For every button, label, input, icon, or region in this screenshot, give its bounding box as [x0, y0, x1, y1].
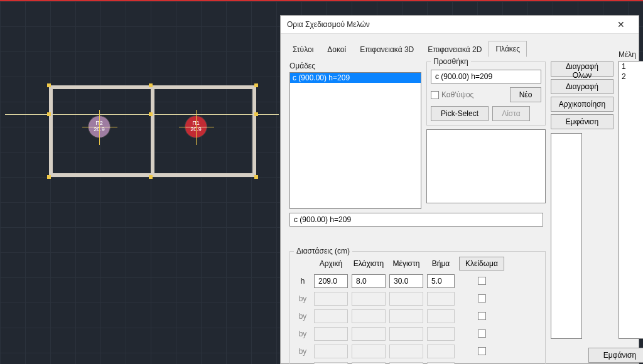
col-step: Βήμα: [427, 259, 455, 268]
design-limits-dialog: Ορια Σχεδιασμού Μελών ✕ Στύλοι Δοκοί Επι…: [280, 15, 639, 364]
show-member-button[interactable]: Εμφάνιση: [588, 348, 643, 363]
add-group-label: Προσθήκη: [431, 57, 471, 66]
dim-step-input: [427, 309, 455, 323]
dim-min-input: [352, 362, 386, 365]
dim-min-input[interactable]: [352, 274, 386, 288]
titlebar[interactable]: Ορια Σχεδιασμού Μελών ✕: [281, 16, 639, 34]
dim-max-input: [389, 362, 423, 365]
new-button[interactable]: Νέο: [510, 87, 541, 102]
pick-select-button[interactable]: Pick-Select: [431, 106, 489, 121]
members-listbox[interactable]: 1 2: [619, 61, 643, 339]
dim-step-input: [427, 327, 455, 341]
delete-group-button[interactable]: Διαγραφή: [551, 79, 613, 94]
tab-beams[interactable]: Δοκοί: [320, 41, 353, 57]
slab-marker-p1[interactable]: Π1 20.9: [185, 115, 207, 138]
list-button[interactable]: Λίστα: [492, 106, 530, 121]
dim-lock-checkbox[interactable]: [478, 277, 486, 285]
dim-lock-checkbox[interactable]: [478, 347, 486, 355]
dim-max-input: [389, 327, 423, 341]
per-height-label: Καθ'ύψος: [441, 90, 473, 99]
dim-min-input: [352, 292, 386, 306]
dim-step-input: [427, 292, 455, 306]
dim-max-input[interactable]: [389, 274, 423, 288]
dim-row-label: by: [295, 347, 310, 356]
dim-max-input: [389, 309, 423, 323]
dimension-row: h: [295, 274, 540, 288]
member-item[interactable]: 2: [619, 72, 643, 82]
per-height-checkbox[interactable]: Καθ'ύψος: [431, 90, 473, 99]
add-group-box: Προσθήκη Καθ'ύψος Νέο Pick-Select Λίστα: [426, 62, 546, 126]
dim-max-input: [389, 292, 423, 306]
cad-drawing: Π2 20.9 Π1 20.9: [49, 85, 256, 177]
col-initial: Αρχική: [314, 259, 348, 268]
lock-button[interactable]: Κλείδωμα: [459, 257, 504, 270]
dim-initial-input: [314, 327, 348, 341]
tab-slabs[interactable]: Πλάκες: [489, 41, 527, 57]
dim-min-input: [352, 309, 386, 323]
close-icon: ✕: [617, 19, 625, 29]
slab-marker-p2[interactable]: Π2 20.9: [88, 115, 111, 138]
col-min: Ελάχιστη: [352, 259, 386, 268]
dim-lock-checkbox[interactable]: [478, 329, 486, 338]
dim-initial-input: [314, 309, 348, 323]
dim-step-input: [427, 362, 455, 365]
dim-initial-input: [314, 292, 348, 306]
tab-columns[interactable]: Στύλοι: [286, 41, 320, 57]
groups-label: Ομάδες: [289, 62, 421, 70]
dim-min-input: [352, 327, 386, 341]
dim-min-input: [352, 345, 386, 358]
dimension-row: by: [295, 292, 540, 306]
dimension-row: by: [295, 327, 540, 341]
group-item[interactable]: c (900.00) h=209: [290, 73, 421, 83]
tab-surface-2d[interactable]: Επιφανειακά 2D: [421, 41, 489, 57]
dim-row-label: by: [295, 312, 310, 321]
dim-row-label: by: [295, 329, 310, 338]
tab-strip: Στύλοι Δοκοί Επιφανειακά 3D Επιφανειακά …: [281, 34, 639, 56]
init-button[interactable]: Αρχικοποίηση: [551, 97, 613, 112]
groups-listbox[interactable]: c (900.00) h=209: [289, 72, 421, 209]
dim-row-label: h: [295, 277, 310, 286]
section-preview: [426, 129, 546, 203]
dim-max-input: [389, 345, 423, 358]
members-label: Μέλη: [619, 50, 643, 59]
member-item[interactable]: 1: [619, 62, 643, 72]
add-group-input[interactable]: [431, 70, 541, 83]
dimensions-label: Διαστάσεις (cm): [294, 247, 352, 255]
close-button[interactable]: ✕: [608, 16, 634, 33]
dim-lock-checkbox[interactable]: [478, 294, 486, 302]
dimension-row: by: [295, 362, 540, 365]
dim-row-label: by: [295, 294, 310, 303]
delete-all-button[interactable]: Διαγραφή Ολων: [551, 62, 613, 77]
dimensions-group: Διαστάσεις (cm) Αρχική Ελάχιστη Μέγιστη …: [289, 251, 546, 365]
dim-initial-input: [314, 362, 348, 365]
tab-surface-3d[interactable]: Επιφανειακά 3D: [353, 41, 421, 57]
col-max: Μέγιστη: [389, 259, 423, 268]
dim-lock-checkbox[interactable]: [478, 312, 486, 320]
dim-step-input: [427, 345, 455, 358]
scroll-preview: [551, 133, 582, 339]
dimension-row: by: [295, 309, 540, 323]
dim-initial-input: [314, 345, 348, 358]
dim-initial-input[interactable]: [314, 274, 348, 288]
show-group-button[interactable]: Εμφάνιση: [551, 114, 613, 129]
dim-step-input[interactable]: [427, 274, 455, 288]
dialog-title: Ορια Σχεδιασμού Μελών: [287, 20, 370, 29]
dimension-row: by: [295, 345, 540, 358]
